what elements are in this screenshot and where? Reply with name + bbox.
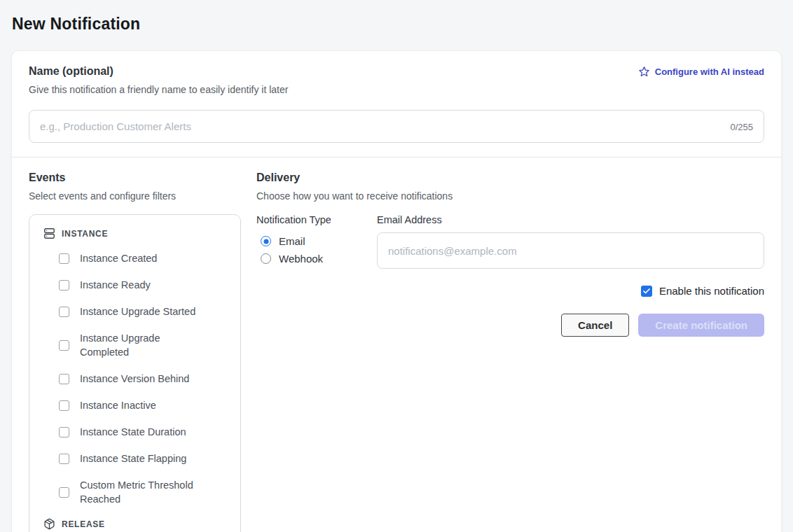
event-group-release: RELEASE — [43, 512, 229, 532]
event-item-instance-state-duration[interactable]: Instance State Duration — [59, 419, 229, 445]
enable-notification-toggle[interactable]: Enable this notification — [256, 285, 764, 297]
event-item-label: Instance Created — [80, 251, 157, 265]
event-item-instance-state-flapping[interactable]: Instance State Flapping — [59, 445, 229, 472]
name-input-wrapper: 0/255 — [29, 110, 764, 143]
event-item-instance-version-behind[interactable]: Instance Version Behind — [59, 365, 229, 392]
configure-with-ai-link[interactable]: Configure with AI instead — [638, 66, 764, 78]
event-item-instance-created[interactable]: Instance Created — [59, 245, 229, 272]
event-item-instance-ready[interactable]: Instance Ready — [59, 272, 229, 298]
notification-type-group: Notification Type Email Webhook — [256, 214, 377, 269]
radio-selected-icon[interactable] — [261, 236, 271, 246]
event-item-label: Instance Upgrade Completed — [80, 331, 205, 359]
cancel-button[interactable]: Cancel — [561, 314, 629, 337]
page-title: New Notification — [12, 15, 782, 34]
checkbox-unchecked[interactable] — [59, 400, 69, 411]
radio-unselected-icon[interactable] — [261, 253, 271, 264]
checkbox-unchecked[interactable] — [59, 374, 69, 384]
email-input[interactable] — [377, 232, 764, 269]
events-heading: Events — [29, 172, 241, 184]
radio-option-label: Email — [279, 235, 305, 247]
event-item-instance-upgrade-completed[interactable]: Instance Upgrade Completed — [59, 325, 229, 365]
lower-columns: Events Select events and configure filte… — [12, 158, 781, 532]
event-group-label: RELEASE — [62, 519, 105, 529]
event-item-label: Instance Upgrade Started — [80, 304, 195, 318]
events-list: INSTANCE Instance Created Instance Ready… — [29, 214, 241, 532]
name-input[interactable] — [29, 110, 764, 143]
event-item-label: Instance State Duration — [80, 425, 186, 439]
event-item-instance-upgrade-started[interactable]: Instance Upgrade Started — [59, 298, 229, 325]
star-icon — [638, 66, 650, 78]
delivery-heading: Delivery — [256, 172, 764, 184]
event-item-instance-inactive[interactable]: Instance Inactive — [59, 392, 229, 419]
delivery-fields: Notification Type Email Webhook Email Ad… — [256, 214, 764, 269]
checkbox-checked-icon[interactable] — [641, 286, 652, 297]
checkbox-unchecked[interactable] — [59, 427, 69, 438]
radio-option-email[interactable]: Email — [256, 232, 377, 250]
page: New Notification Name (optional) Configu… — [0, 0, 793, 532]
event-item-custom-metric-threshold[interactable]: Custom Metric Threshold Reached — [59, 472, 229, 512]
event-group-label: INSTANCE — [62, 229, 108, 239]
server-icon — [43, 227, 55, 239]
event-item-label: Instance Version Behind — [80, 372, 189, 386]
configure-with-ai-label: Configure with AI instead — [655, 66, 764, 77]
events-section: Events Select events and configure filte… — [29, 172, 241, 532]
checkbox-unchecked[interactable] — [59, 340, 69, 351]
radio-option-label: Webhook — [279, 253, 323, 265]
notification-type-label: Notification Type — [256, 214, 377, 225]
email-field-group: Email Address — [377, 214, 764, 269]
event-item-label: Custom Metric Threshold Reached — [80, 478, 205, 506]
event-item-label: Instance State Flapping — [80, 451, 186, 465]
email-address-label: Email Address — [377, 214, 764, 225]
checkbox-unchecked[interactable] — [59, 307, 69, 317]
events-description: Select events and configure filters — [29, 190, 241, 202]
radio-option-webhook[interactable]: Webhook — [256, 250, 377, 267]
new-notification-card: Name (optional) Configure with AI instea… — [11, 50, 782, 532]
char-counter: 0/255 — [730, 121, 753, 132]
checkbox-unchecked[interactable] — [59, 253, 69, 264]
enable-notification-label: Enable this notification — [659, 285, 764, 297]
form-actions: Cancel Create notification — [256, 314, 764, 337]
delivery-description: Choose how you want to receive notificat… — [256, 190, 764, 202]
event-group-instance: INSTANCE — [43, 222, 229, 245]
event-item-label: Instance Inactive — [80, 398, 156, 412]
checkbox-unchecked[interactable] — [59, 454, 69, 464]
delivery-section: Delivery Choose how you want to receive … — [256, 172, 764, 532]
create-notification-button[interactable]: Create notification — [638, 314, 764, 337]
name-section-description: Give this notification a friendly name t… — [29, 84, 764, 95]
event-item-label: Instance Ready — [80, 278, 151, 292]
package-icon — [43, 518, 55, 530]
checkbox-unchecked[interactable] — [59, 487, 69, 498]
checkbox-unchecked[interactable] — [59, 280, 69, 290]
name-section: Name (optional) Configure with AI instea… — [12, 51, 781, 157]
name-section-heading: Name (optional) — [29, 65, 113, 78]
